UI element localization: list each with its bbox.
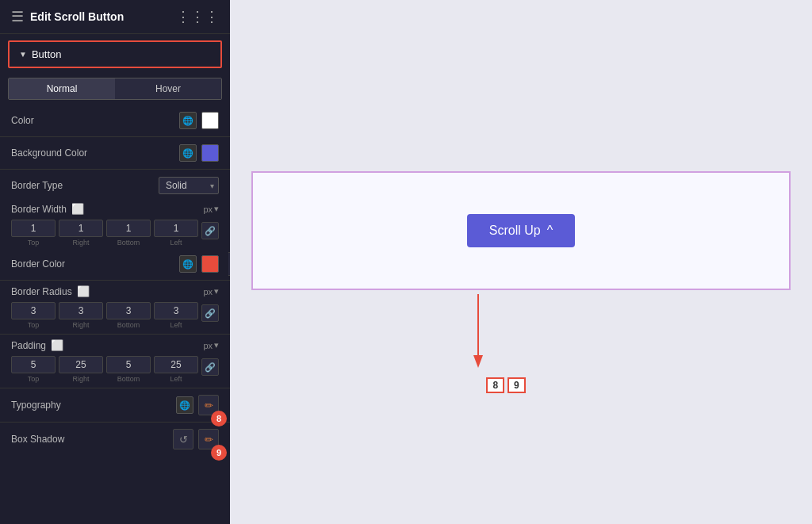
color-swatch[interactable] <box>201 112 219 129</box>
padding-top-group: Top <box>11 356 56 383</box>
border-width-row: Border Width ⬜ px ▾ <box>0 200 230 216</box>
border-width-unit-chevron: ▾ <box>214 204 219 214</box>
padding-left-label: Left <box>170 375 182 383</box>
preview-area: Scroll Up ^ <box>251 171 791 290</box>
panel-title: Edit Scroll Button <box>30 10 124 23</box>
border-width-top-label: Top <box>28 239 40 247</box>
button-section-header[interactable]: ▼ Button <box>8 40 222 68</box>
border-color-swatch[interactable] <box>201 255 219 273</box>
box-shadow-controls: ↺ ✏ <box>173 429 219 449</box>
collapse-handle[interactable]: ‹ <box>228 252 230 276</box>
typography-globe-btn[interactable]: 🌐 <box>176 396 193 414</box>
border-width-right-input[interactable] <box>59 220 103 237</box>
padding-row: Padding ⬜ px ▾ <box>0 336 230 353</box>
border-width-top-group: Top <box>11 220 56 247</box>
hamburger-icon[interactable]: ☰ <box>11 8 24 25</box>
border-type-select[interactable]: Solid None Dashed Dotted Double <box>159 177 219 194</box>
color-globe-btn[interactable]: 🌐 <box>179 112 197 129</box>
padding-inputs: Top Right Bottom Left 🔗 <box>0 353 230 386</box>
border-width-inputs: Top Right Bottom Left 🔗 <box>0 216 230 250</box>
padding-left-input[interactable] <box>154 356 198 373</box>
box-shadow-label: Box Shadow <box>11 434 64 445</box>
padding-right-group: Right <box>59 356 103 383</box>
border-radius-link-icon[interactable]: 🔗 <box>201 304 219 322</box>
border-radius-unit[interactable]: px ▾ <box>203 286 219 296</box>
border-width-bottom-label: Bottom <box>117 239 140 247</box>
border-radius-bottom-label: Bottom <box>117 321 140 329</box>
padding-top-label: Top <box>28 375 40 383</box>
border-width-right-group: Right <box>59 220 103 247</box>
border-radius-left-label: Left <box>170 321 182 329</box>
divider-4 <box>0 334 230 335</box>
padding-left-group: Left <box>154 356 198 383</box>
padding-unit[interactable]: px ▾ <box>203 340 219 350</box>
padding-right-label: Right <box>72 375 89 383</box>
state-tabs: Normal Hover <box>8 78 222 100</box>
border-radius-monitor-icon[interactable]: ⬜ <box>77 285 90 297</box>
badge-8: 8 <box>211 411 227 426</box>
border-radius-left-input[interactable] <box>154 302 198 319</box>
annotation-arrow-svg <box>431 286 589 381</box>
border-width-unit-text: px <box>203 205 213 214</box>
left-panel: ☰ Edit Scroll Button ⋮⋮⋮ ▼ Button Normal… <box>0 0 230 524</box>
padding-unit-text: px <box>203 341 213 350</box>
color-row: Color 🌐 <box>0 106 230 135</box>
border-radius-left-group: Left <box>154 302 198 329</box>
border-width-bottom-group: Bottom <box>106 220 151 247</box>
section-label: Button <box>32 48 62 60</box>
box-shadow-reset-btn[interactable]: ↺ <box>173 429 193 449</box>
bottom-annotation-row: 8 9 <box>486 377 525 393</box>
padding-label-group: Padding ⬜ <box>11 339 63 351</box>
annotation-box-9: 9 <box>508 377 526 393</box>
scroll-up-button[interactable]: Scroll Up ^ <box>467 214 575 247</box>
divider-1 <box>0 136 230 137</box>
tab-normal[interactable]: Normal <box>8 78 116 100</box>
border-radius-top-input[interactable] <box>11 302 56 319</box>
border-width-unit[interactable]: px ▾ <box>203 204 219 214</box>
padding-unit-chevron: ▾ <box>214 340 219 350</box>
padding-bottom-input[interactable] <box>106 356 151 373</box>
tab-hover[interactable]: Hover <box>115 78 221 99</box>
border-width-left-group: Left <box>154 220 198 247</box>
border-width-bottom-input[interactable] <box>106 220 151 237</box>
divider-3 <box>0 280 230 281</box>
border-radius-top-label: Top <box>28 321 40 329</box>
border-radius-label: Border Radius <box>11 286 72 297</box>
border-color-globe-btn[interactable]: 🌐 <box>179 255 197 273</box>
color-controls: 🌐 <box>179 112 219 129</box>
border-radius-right-group: Right <box>59 302 103 329</box>
border-width-link-icon[interactable]: 🔗 <box>201 222 219 239</box>
border-radius-right-input[interactable] <box>59 302 103 319</box>
border-type-select-wrapper: Solid None Dashed Dotted Double ▾ <box>159 177 219 194</box>
border-radius-bottom-group: Bottom <box>106 302 151 329</box>
header-left: ☰ Edit Scroll Button <box>11 8 124 25</box>
padding-monitor-icon[interactable]: ⬜ <box>51 339 63 351</box>
border-color-controls: 🌐 <box>179 255 219 273</box>
annotation-box-8: 8 <box>486 377 504 393</box>
border-width-top-input[interactable] <box>11 220 56 237</box>
border-radius-right-label: Right <box>72 321 89 329</box>
scroll-up-label: Scroll Up <box>489 224 541 238</box>
border-width-monitor-icon[interactable]: ⬜ <box>71 203 84 215</box>
border-width-label: Border Width <box>11 204 67 215</box>
border-color-label: Border Color <box>11 258 65 270</box>
bg-color-globe-btn[interactable]: 🌐 <box>179 144 197 162</box>
section-arrow-icon: ▼ <box>19 50 27 59</box>
border-radius-row: Border Radius ⬜ px ▾ <box>0 282 230 299</box>
padding-label: Padding <box>11 340 46 351</box>
color-label: Color <box>11 115 34 126</box>
divider-2 <box>0 169 230 170</box>
border-radius-unit-chevron: ▾ <box>214 286 219 296</box>
divider-6 <box>0 422 230 423</box>
border-radius-inputs: Top Right Bottom Left 🔗 <box>0 299 230 332</box>
divider-5 <box>0 388 230 388</box>
border-width-left-input[interactable] <box>154 220 198 237</box>
padding-link-icon[interactable]: 🔗 <box>201 358 219 376</box>
bg-color-label: Background Color <box>11 147 87 159</box>
border-radius-unit-text: px <box>203 287 213 296</box>
padding-right-input[interactable] <box>59 356 103 373</box>
grid-icon[interactable]: ⋮⋮⋮ <box>176 8 219 25</box>
padding-top-input[interactable] <box>11 356 56 373</box>
bg-color-swatch[interactable] <box>201 144 219 162</box>
border-radius-bottom-input[interactable] <box>106 302 151 319</box>
